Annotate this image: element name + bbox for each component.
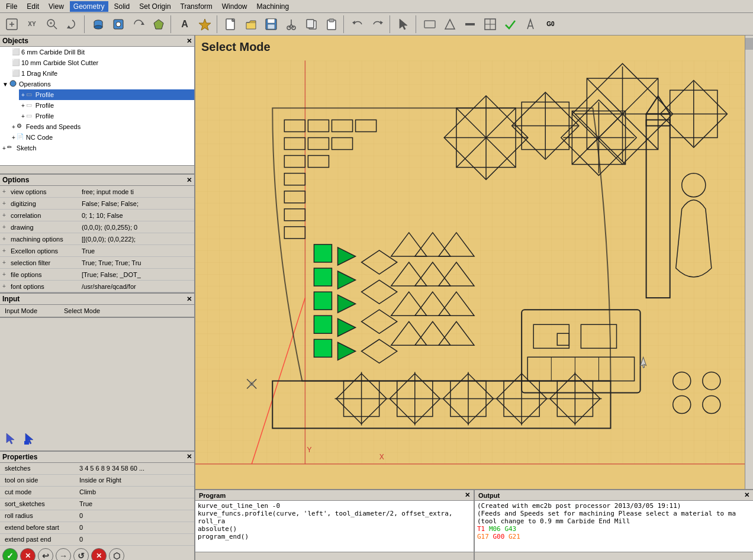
zoom-in-button[interactable] (43, 15, 62, 34)
obj-label: 10 mm Carbide Slot Cutter (21, 59, 98, 66)
option-row[interactable]: + view options free; input mode ti (0, 186, 194, 198)
option-row[interactable]: + selection filter True; True; True; Tru (0, 257, 194, 269)
option-row[interactable]: + correlation 0; 1; 10; False (0, 210, 194, 221)
op-btn2[interactable] (440, 15, 459, 34)
list-item[interactable]: + ▭ Profile (19, 100, 194, 111)
properties-close[interactable]: ✕ (186, 453, 192, 461)
undo-action-button[interactable]: ↩ (38, 548, 53, 561)
option-row[interactable]: + font options /usr/share/qcad/for (0, 281, 194, 292)
prop-value: Climb (77, 487, 194, 497)
objects-header: Objects ✕ (0, 36, 194, 47)
menu-file[interactable]: File (2, 1, 21, 12)
program-scrollbar-h[interactable] (195, 552, 474, 560)
svg-rect-65 (314, 292, 332, 310)
objects-close[interactable]: ✕ (186, 37, 192, 45)
select-button[interactable] (394, 15, 413, 34)
cancel2-button[interactable]: ✕ (91, 548, 107, 561)
output-line: G17 G00 G21 (477, 533, 751, 540)
option-row[interactable]: + Excellon options True (0, 245, 194, 257)
cursor-btn[interactable] (2, 430, 19, 447)
rotate-button[interactable] (129, 15, 148, 34)
cylinder-button[interactable] (89, 15, 108, 34)
paste-button[interactable] (322, 15, 341, 34)
option-row[interactable]: + file options [True; False; _DOT_ (0, 269, 194, 281)
output-line: T1 M06 G43 (477, 525, 751, 533)
canvas-scrollbar-v[interactable] (745, 36, 753, 489)
ok-button[interactable]: ✓ (2, 548, 18, 561)
menu-window[interactable]: Window (218, 1, 251, 12)
canvas-area[interactable]: Select Mode X Y (195, 36, 753, 489)
opt-label: drawing (8, 223, 79, 232)
op-btn4[interactable] (481, 15, 500, 34)
arrow-button[interactable]: → (56, 548, 71, 561)
copy-button[interactable] (302, 15, 321, 34)
properties-header: Properties ✕ (0, 452, 194, 463)
refresh-button[interactable] (63, 15, 82, 34)
input-close[interactable]: ✕ (186, 295, 192, 303)
star-button[interactable] (195, 15, 214, 34)
cursor-solid-btn[interactable] (21, 430, 38, 447)
scrollbar-thumb[interactable] (745, 38, 753, 50)
list-item[interactable]: ⬜ 1 Drag Knife (9, 68, 194, 79)
opt-expand-icon[interactable]: + (0, 259, 8, 266)
view-xy-button[interactable]: XY (22, 15, 41, 34)
opt-expand-icon[interactable]: + (0, 283, 8, 289)
save-button[interactable] (262, 15, 281, 34)
list-item[interactable]: ⬜ 10 mm Carbide Slot Cutter (9, 57, 194, 68)
list-item[interactable]: ▼ Operations (0, 79, 194, 89)
redo-button[interactable] (368, 15, 387, 34)
menu-transform[interactable]: Transform (177, 1, 216, 12)
menu-edit[interactable]: Edit (23, 1, 43, 12)
opt-expand-icon[interactable]: + (0, 188, 8, 195)
open-button[interactable] (242, 15, 260, 34)
opt-expand-icon[interactable]: + (0, 224, 8, 230)
undo2-button[interactable]: ↺ (73, 548, 89, 561)
output-scrollbar-h[interactable] (475, 552, 753, 560)
svg-marker-15 (141, 22, 144, 25)
op-btn3[interactable] (461, 15, 480, 34)
program-panel: Program ✕ kurve_out_line_len -0 kurve_fu… (195, 490, 475, 560)
hex-button[interactable]: ⬡ (109, 548, 124, 561)
cancel-button[interactable]: ✕ (20, 548, 36, 561)
text-button[interactable]: A (175, 15, 194, 34)
program-close[interactable]: ✕ (465, 491, 470, 499)
cut-button[interactable] (282, 15, 301, 34)
option-row[interactable]: + machining options [[(0,0,0); (0,0,222)… (0, 233, 194, 245)
tool-c-button[interactable] (149, 15, 168, 34)
menu-set-origin[interactable]: Set Origin (136, 1, 174, 12)
list-item[interactable]: ⬜ 6 mm Carbide Drill Bit (9, 47, 194, 57)
list-item[interactable]: + ▭ Profile (19, 89, 194, 100)
profile-icon: ▭ (26, 91, 34, 99)
tool-b-button[interactable] (109, 15, 128, 34)
menu-machining[interactable]: Machining (253, 1, 292, 12)
opt-expand-icon[interactable]: + (0, 236, 8, 242)
op-btn5[interactable] (521, 15, 540, 34)
list-item[interactable]: + ⚙ Feeds and Speeds (9, 121, 194, 132)
list-item[interactable]: + ✏ Sketch (0, 143, 194, 153)
objects-scrollbar-h[interactable] (0, 165, 194, 173)
input-mode-row: Input Mode Select Mode (0, 305, 194, 317)
menu-geometry[interactable]: Geometry (70, 1, 108, 12)
list-item[interactable]: + 📄 NC Code (9, 132, 194, 143)
opt-expand-icon[interactable]: + (0, 212, 8, 218)
list-item[interactable]: + ▭ Profile (19, 111, 194, 121)
right-area: Select Mode X Y (195, 36, 753, 560)
menu-view[interactable]: View (45, 1, 67, 12)
option-row[interactable]: + drawing (0,0,0); (0,0,255); 0 (0, 221, 194, 233)
prop-row: sort_sketches True (0, 498, 194, 510)
opt-expand-icon[interactable]: + (0, 271, 8, 278)
zoom-fit-button[interactable] (2, 15, 21, 34)
expand-icon: ▼ (2, 81, 8, 88)
new-button[interactable] (221, 15, 240, 34)
output-close[interactable]: ✕ (744, 491, 749, 499)
op-btn1[interactable] (420, 15, 439, 34)
left-panel: Objects ✕ ⬜ 6 mm Carbide Drill Bit ⬜ 10 … (0, 36, 195, 560)
check-button[interactable] (501, 15, 520, 34)
undo-button[interactable] (348, 15, 367, 34)
opt-expand-icon[interactable]: + (0, 200, 8, 207)
menu-solid[interactable]: Solid (111, 1, 134, 12)
option-row[interactable]: + digitizing False; False; False; (0, 198, 194, 210)
g0-button[interactable]: G0 (541, 15, 560, 34)
options-close[interactable]: ✕ (186, 176, 192, 184)
opt-expand-icon[interactable]: + (0, 247, 8, 254)
